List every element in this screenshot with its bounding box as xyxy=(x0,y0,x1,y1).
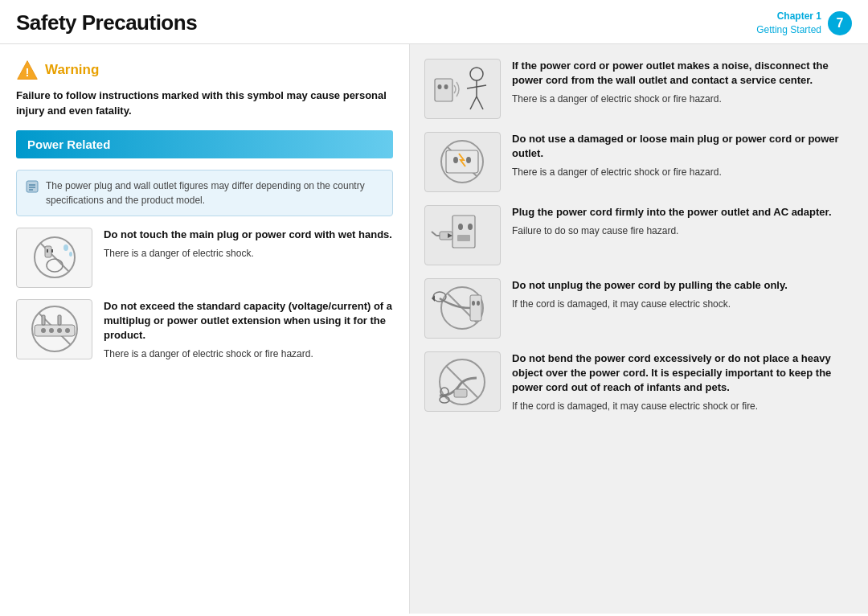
svg-point-18 xyxy=(49,328,54,333)
svg-point-34 xyxy=(453,157,458,163)
capacity-image xyxy=(16,299,92,359)
svg-rect-46 xyxy=(470,295,481,321)
firmly-image xyxy=(424,205,501,265)
firmly-desc: Failure to do so may cause fire hazard. xyxy=(512,224,854,238)
power-related-header: Power Related xyxy=(16,130,393,158)
svg-rect-22 xyxy=(58,315,61,325)
svg-rect-21 xyxy=(42,315,45,325)
svg-line-42 xyxy=(432,232,436,236)
svg-point-19 xyxy=(57,328,62,333)
svg-point-29 xyxy=(438,84,442,89)
svg-rect-36 xyxy=(452,216,475,248)
right-item-noise: If the power cord or power outlet makes … xyxy=(424,59,854,119)
damaged-text: Do not use a damaged or loose main plug … xyxy=(512,132,854,179)
svg-point-17 xyxy=(41,328,46,333)
svg-point-47 xyxy=(472,301,475,306)
chapter-sub: Getting Started xyxy=(756,23,821,37)
warning-icon: ! xyxy=(16,59,39,81)
chapter-info-group: Chapter 1 Getting Started 7 xyxy=(756,10,852,37)
wet-hands-image xyxy=(16,228,92,288)
safety-item-wet-hands: Do not touch the main plug or power cord… xyxy=(16,228,393,288)
noise-image xyxy=(424,59,501,119)
svg-point-20 xyxy=(65,328,70,333)
svg-line-27 xyxy=(477,97,483,109)
svg-rect-39 xyxy=(457,235,470,241)
safety-item-capacity: Do not exceed the standard capacity (vol… xyxy=(16,299,393,362)
firmly-title: Plug the power cord firmly into the powe… xyxy=(512,205,854,220)
left-column: ! Warning Failure to follow instructions… xyxy=(0,44,410,614)
pull-image xyxy=(424,278,501,339)
wet-hands-text: Do not touch the main plug or power cord… xyxy=(104,228,393,261)
svg-point-38 xyxy=(468,224,473,230)
svg-rect-9 xyxy=(47,249,48,253)
page-number: 7 xyxy=(828,11,852,35)
warning-header: ! Warning xyxy=(16,59,393,81)
bend-title: Do not bend the power cord excessively o… xyxy=(512,351,854,396)
svg-point-30 xyxy=(444,84,448,89)
bend-text: Do not bend the power cord excessively o… xyxy=(512,351,854,414)
svg-point-37 xyxy=(458,224,463,230)
bend-image xyxy=(424,351,501,412)
bend-desc: If the cord is damaged, it may cause ele… xyxy=(512,399,854,413)
note-icon xyxy=(25,179,39,198)
damaged-title: Do not use a damaged or loose main plug … xyxy=(512,132,854,161)
capacity-title: Do not exceed the standard capacity (vol… xyxy=(104,299,393,343)
noise-title: If the power cord or power outlet makes … xyxy=(512,59,854,88)
pull-title: Do not unplug the power cord by pulling … xyxy=(512,278,854,293)
firmly-text: Plug the power cord firmly into the powe… xyxy=(512,205,854,238)
damaged-image xyxy=(424,132,501,192)
svg-rect-10 xyxy=(51,249,53,253)
wet-hands-title: Do not touch the main plug or power cord… xyxy=(104,228,393,242)
damaged-desc: There is a danger of electric shock or f… xyxy=(512,165,854,179)
svg-point-23 xyxy=(470,68,483,80)
note-text: The power plug and wall outlet figures m… xyxy=(46,179,383,207)
capacity-desc: There is a danger of electric shock or f… xyxy=(104,347,393,361)
svg-line-26 xyxy=(470,97,477,109)
svg-point-11 xyxy=(47,259,63,272)
page-header: Safety Precautions Chapter 1 Getting Sta… xyxy=(0,0,868,44)
pull-desc: If the cord is damaged, it may cause ele… xyxy=(512,297,854,311)
capacity-text: Do not exceed the standard capacity (vol… xyxy=(104,299,393,362)
warning-section: ! Warning Failure to follow instructions… xyxy=(16,59,393,119)
page-title: Safety Precautions xyxy=(16,10,197,35)
chapter-info: Chapter 1 Getting Started xyxy=(756,10,821,37)
right-column: If the power cord or power outlet makes … xyxy=(410,44,868,614)
warning-body: Failure to follow instructions marked wi… xyxy=(16,88,393,119)
svg-point-35 xyxy=(466,157,471,163)
warning-title: Warning xyxy=(45,62,99,78)
svg-rect-28 xyxy=(435,79,452,101)
right-item-bend: Do not bend the power cord excessively o… xyxy=(424,351,854,414)
pull-text: Do not unplug the power cord by pulling … xyxy=(512,278,854,311)
info-note-box: The power plug and wall outlet figures m… xyxy=(16,170,393,216)
svg-point-13 xyxy=(69,252,72,257)
main-content: ! Warning Failure to follow instructions… xyxy=(0,44,868,614)
chapter-label: Chapter 1 xyxy=(756,10,821,23)
wet-hands-desc: There is a danger of electric shock. xyxy=(104,246,393,261)
svg-text:!: ! xyxy=(26,65,30,78)
noise-text: If the power cord or power outlet makes … xyxy=(512,59,854,106)
right-item-damaged: Do not use a damaged or loose main plug … xyxy=(424,132,854,192)
right-item-pull: Do not unplug the power cord by pulling … xyxy=(424,278,854,339)
noise-desc: There is a danger of electric shock or f… xyxy=(512,92,854,106)
right-item-firmly: Plug the power cord firmly into the powe… xyxy=(424,205,854,265)
svg-rect-2 xyxy=(27,181,38,192)
svg-rect-53 xyxy=(454,389,467,397)
svg-point-12 xyxy=(63,244,68,251)
svg-point-48 xyxy=(477,301,480,306)
